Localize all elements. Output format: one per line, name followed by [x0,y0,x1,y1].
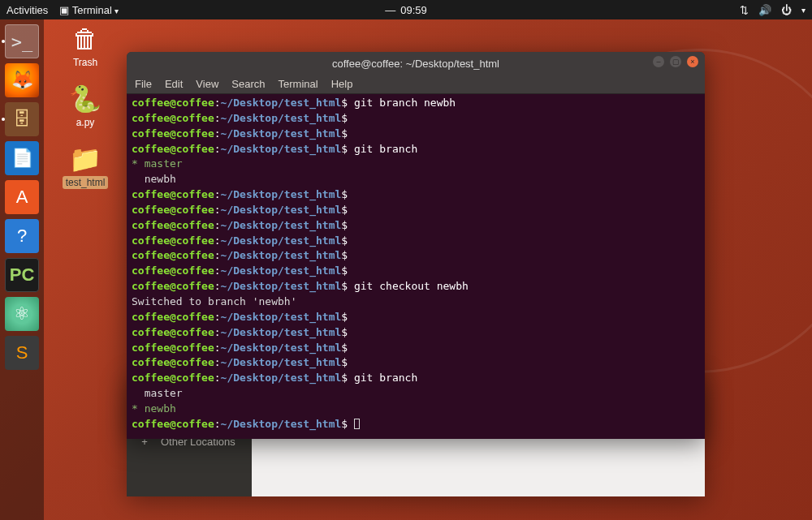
desktop-icons: 🗑Trash🐍a.py📁test_html [57,24,114,189]
volume-icon[interactable]: 🔊 [758,4,771,16]
top-bar: Activities ▣ Terminal — 09:59 ⇅ 🔊 ⏻ ▾ [0,0,812,19]
terminal-titlebar[interactable]: coffee@coffee: ~/Desktop/test_html – ▢ × [127,52,705,75]
desktop-icon-label: a.py [73,116,98,129]
launcher-app-firefox[interactable]: 🦊 [5,63,39,97]
window-maximize-button[interactable]: ▢ [670,56,681,67]
launcher-app-help[interactable]: ? [5,219,39,253]
running-indicator-icon [2,40,5,43]
apy-icon: 🐍 [57,84,114,114]
terminal-window: coffee@coffee: ~/Desktop/test_html – ▢ ×… [127,52,705,439]
launcher-app-writer[interactable]: 📄 [5,141,39,175]
terminal-menu-terminal[interactable]: Terminal [279,78,318,90]
terminal-menubar: FileEditViewSearchTerminalHelp [127,75,705,94]
terminal-title-text: coffee@coffee: ~/Desktop/test_html [332,58,499,70]
launcher-app-sublime[interactable]: S [5,336,39,370]
network-icon[interactable]: ⇅ [740,4,749,16]
terminal-menu-search[interactable]: Search [231,78,265,90]
test_html-icon: 📁 [57,144,114,174]
launcher-app-atom[interactable]: ⚛ [5,297,39,331]
clock[interactable]: 09:59 [400,4,427,16]
launcher-app-files[interactable]: 🗄 [5,102,39,136]
desktop-icon-test_html[interactable]: 📁test_html [57,144,114,189]
terminal-menu-view[interactable]: View [196,78,218,90]
terminal-body[interactable]: coffee@coffee:~/Desktop/test_html$ git b… [127,94,705,439]
desktop-icon-label: test_html [63,176,109,189]
terminal-menu-edit[interactable]: Edit [165,78,183,90]
launcher-app-pycharm[interactable]: PC [5,258,39,292]
running-indicator-icon [2,118,5,121]
window-minimize-button[interactable]: – [653,56,664,67]
launcher-app-software[interactable]: A [5,180,39,214]
clock-dash: — [385,4,395,16]
terminal-icon: ▣ [59,4,71,16]
desktop-icon-label: Trash [70,56,101,69]
app-menu-label: Terminal [72,4,112,16]
activities-button[interactable]: Activities [6,4,48,16]
power-icon[interactable]: ⏻ [781,4,792,16]
trash-icon: 🗑 [57,24,114,54]
launcher-dock: >_🦊🗄📄A?PC⚛S [0,19,44,520]
terminal-menu-help[interactable]: Help [331,78,353,90]
window-close-button[interactable]: × [687,56,698,67]
launcher-app-terminal[interactable]: >_ [5,24,39,58]
system-menu-chevron-icon[interactable]: ▾ [801,6,806,15]
terminal-menu-file[interactable]: File [135,78,152,90]
desktop-icon-apy[interactable]: 🐍a.py [57,84,114,129]
desktop-icon-trash[interactable]: 🗑Trash [57,24,114,69]
app-menu-button[interactable]: ▣ Terminal [59,4,119,16]
